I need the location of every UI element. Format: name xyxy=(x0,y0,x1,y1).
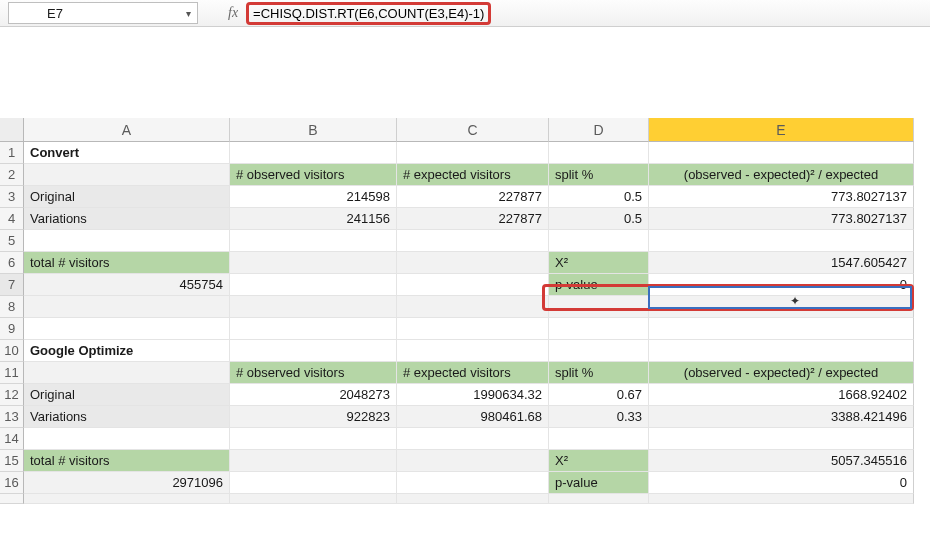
cell-C12[interactable]: 1990634.32 xyxy=(397,384,549,406)
cell-B8[interactable] xyxy=(230,296,397,318)
cell-A4[interactable]: Variations xyxy=(24,208,230,230)
cell-A16[interactable]: 2971096 xyxy=(24,472,230,494)
cell-E16[interactable]: 0 xyxy=(649,472,914,494)
cell-C10[interactable] xyxy=(397,340,549,362)
cell-D9[interactable] xyxy=(549,318,649,340)
cell-D4[interactable]: 0.5 xyxy=(549,208,649,230)
cell-A5[interactable] xyxy=(24,230,230,252)
cell-E2[interactable]: (observed - expected)² / expected xyxy=(649,164,914,186)
row-number-12[interactable]: 12 xyxy=(0,384,24,406)
select-all-corner[interactable] xyxy=(0,118,24,142)
cell-C3[interactable]: 227877 xyxy=(397,186,549,208)
cell-A15[interactable]: total # visitors xyxy=(24,450,230,472)
cell-E14[interactable] xyxy=(649,428,914,450)
cell-B10[interactable] xyxy=(230,340,397,362)
cell-E17[interactable] xyxy=(649,494,914,504)
cell-C5[interactable] xyxy=(397,230,549,252)
col-header-B[interactable]: B xyxy=(230,118,397,142)
row-number-10[interactable]: 10 xyxy=(0,340,24,362)
cell-B14[interactable] xyxy=(230,428,397,450)
row-number-8[interactable]: 8 xyxy=(0,296,24,318)
cell-B3[interactable]: 214598 xyxy=(230,186,397,208)
cell-E9[interactable] xyxy=(649,318,914,340)
cell-D13[interactable]: 0.33 xyxy=(549,406,649,428)
col-header-C[interactable]: C xyxy=(397,118,549,142)
row-number-2[interactable]: 2 xyxy=(0,164,24,186)
cell-B9[interactable] xyxy=(230,318,397,340)
cell-D12[interactable]: 0.67 xyxy=(549,384,649,406)
row-number-6[interactable]: 6 xyxy=(0,252,24,274)
cell-A17[interactable] xyxy=(24,494,230,504)
cell-B7[interactable] xyxy=(230,274,397,296)
row-number-17[interactable] xyxy=(0,494,24,504)
cell-D17[interactable] xyxy=(549,494,649,504)
cell-E7[interactable]: 0 xyxy=(649,274,914,296)
cell-B2[interactable]: # observed visitors xyxy=(230,164,397,186)
row-number-1[interactable]: 1 xyxy=(0,142,24,164)
col-header-E[interactable]: E xyxy=(649,118,914,142)
cell-B5[interactable] xyxy=(230,230,397,252)
cell-B15[interactable] xyxy=(230,450,397,472)
cell-A14[interactable] xyxy=(24,428,230,450)
cell-B6[interactable] xyxy=(230,252,397,274)
cell-D8[interactable] xyxy=(549,296,649,318)
cell-B16[interactable] xyxy=(230,472,397,494)
cell-E8[interactable] xyxy=(649,296,914,318)
cell-C16[interactable] xyxy=(397,472,549,494)
cell-B13[interactable]: 922823 xyxy=(230,406,397,428)
cell-A11[interactable] xyxy=(24,362,230,384)
cell-E10[interactable] xyxy=(649,340,914,362)
cell-A10[interactable]: Google Optimize xyxy=(24,340,230,362)
cell-E5[interactable] xyxy=(649,230,914,252)
cell-E6[interactable]: 1547.605427 xyxy=(649,252,914,274)
cell-B11[interactable]: # observed visitors xyxy=(230,362,397,384)
cell-D16[interactable]: p-value xyxy=(549,472,649,494)
cell-C2[interactable]: # expected visitors xyxy=(397,164,549,186)
cell-C15[interactable] xyxy=(397,450,549,472)
row-number-14[interactable]: 14 xyxy=(0,428,24,450)
cell-D14[interactable] xyxy=(549,428,649,450)
row-number-11[interactable]: 11 xyxy=(0,362,24,384)
cell-A9[interactable] xyxy=(24,318,230,340)
cell-A2[interactable] xyxy=(24,164,230,186)
cell-E12[interactable]: 1668.92402 xyxy=(649,384,914,406)
cell-A13[interactable]: Variations xyxy=(24,406,230,428)
cell-B4[interactable]: 241156 xyxy=(230,208,397,230)
cell-E13[interactable]: 3388.421496 xyxy=(649,406,914,428)
cell-D2[interactable]: split % xyxy=(549,164,649,186)
cell-A1[interactable]: Convert xyxy=(24,142,230,164)
cell-E4[interactable]: 773.8027137 xyxy=(649,208,914,230)
cell-C17[interactable] xyxy=(397,494,549,504)
col-header-A[interactable]: A xyxy=(24,118,230,142)
name-box[interactable]: E7 ▾ xyxy=(8,2,198,24)
cell-D6[interactable]: X² xyxy=(549,252,649,274)
cell-C4[interactable]: 227877 xyxy=(397,208,549,230)
name-box-dropdown-icon[interactable]: ▾ xyxy=(179,8,197,19)
row-number-16[interactable]: 16 xyxy=(0,472,24,494)
cell-C14[interactable] xyxy=(397,428,549,450)
row-number-9[interactable]: 9 xyxy=(0,318,24,340)
row-number-13[interactable]: 13 xyxy=(0,406,24,428)
cell-C7[interactable] xyxy=(397,274,549,296)
row-number-5[interactable]: 5 xyxy=(0,230,24,252)
cell-E15[interactable]: 5057.345516 xyxy=(649,450,914,472)
cell-E3[interactable]: 773.8027137 xyxy=(649,186,914,208)
row-number-3[interactable]: 3 xyxy=(0,186,24,208)
cell-E1[interactable] xyxy=(649,142,914,164)
cell-A7[interactable]: 455754 xyxy=(24,274,230,296)
cell-C8[interactable] xyxy=(397,296,549,318)
cell-B1[interactable] xyxy=(230,142,397,164)
cell-A6[interactable]: total # visitors xyxy=(24,252,230,274)
cell-C9[interactable] xyxy=(397,318,549,340)
cell-C1[interactable] xyxy=(397,142,549,164)
fx-icon[interactable]: fx xyxy=(228,5,238,21)
cell-B17[interactable] xyxy=(230,494,397,504)
cell-A3[interactable]: Original xyxy=(24,186,230,208)
row-number-15[interactable]: 15 xyxy=(0,450,24,472)
cell-D5[interactable] xyxy=(549,230,649,252)
cell-D1[interactable] xyxy=(549,142,649,164)
cell-C6[interactable] xyxy=(397,252,549,274)
cell-E11[interactable]: (observed - expected)² / expected xyxy=(649,362,914,384)
cell-D11[interactable]: split % xyxy=(549,362,649,384)
col-header-D[interactable]: D xyxy=(549,118,649,142)
